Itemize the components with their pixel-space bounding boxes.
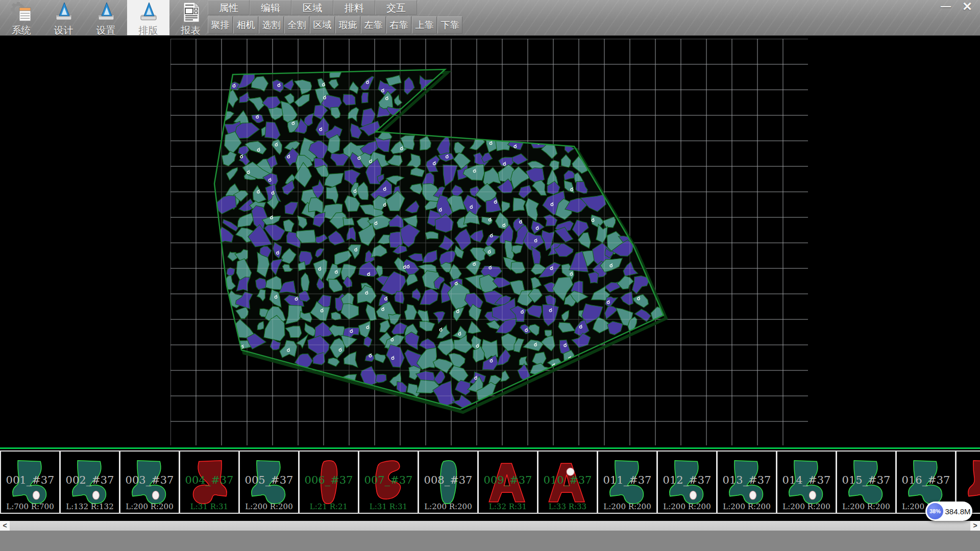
piece-label: 004_#37 (180, 474, 238, 486)
tool-button[interactable]: 下靠 (437, 16, 462, 34)
nav-item-label: 排版 (139, 24, 158, 36)
piece-thumbnail[interactable]: 007_#37 L:31 R:31 (358, 450, 419, 514)
piece-thumbnail[interactable]: 014_#37 L:200 R:200 (776, 450, 837, 514)
menu-tab[interactable]: 区域 (291, 0, 333, 15)
menu-area: 属性 编辑 区域 排料 交互 聚排 相机 选割 全 (208, 0, 463, 35)
piece-count-label: L:200 R:200 (718, 502, 776, 511)
menu-tab[interactable]: 编辑 (250, 0, 291, 15)
piece-label: 013_#37 (718, 474, 776, 486)
piece-count-label: L:200 R:200 (120, 502, 179, 511)
piece-thumbnail[interactable]: 008_#37 L:200 R:200 (418, 450, 478, 514)
nav-item-label: 报表 (181, 24, 201, 36)
nesting-canvas[interactable] (170, 39, 808, 445)
piece-count-label: L:200 R:200 (658, 502, 716, 511)
memory-value: 384.8M (943, 507, 972, 516)
piece-thumbnail[interactable]: 012_#37 L:200 R:200 (657, 450, 717, 514)
status-badge: 38% 384.8M (925, 502, 972, 521)
system-gear-icon (10, 2, 33, 23)
minimize-button[interactable]: — (937, 1, 954, 13)
tool-button[interactable]: 右靠 (386, 16, 411, 34)
piece-label: 001_#37 (1, 474, 59, 486)
close-button[interactable]: ✕ (958, 1, 977, 14)
tool-button[interactable]: 区域 (310, 16, 335, 34)
piece-thumbnail[interactable]: 015_#37 L:200 R:200 (836, 450, 896, 514)
piece-label: 009_#37 (479, 474, 537, 486)
piece-thumbnail[interactable]: 005_#37 L:200 R:200 (239, 450, 299, 514)
nav-item[interactable]: 系统 (0, 0, 42, 36)
set-square-icon (95, 2, 117, 23)
piece-thumbnail[interactable]: 001_#37 L:700 R:700 (0, 450, 60, 514)
piece-count-label: L:200 R:200 (598, 502, 656, 511)
piece-label: 002_#37 (61, 474, 119, 486)
piece-thumbnail[interactable]: 013_#37 L:200 R:200 (717, 450, 777, 514)
piece-label: 011_#37 (598, 474, 656, 486)
horizontal-scrollbar: < > (0, 521, 980, 531)
nav-item-label: 设计 (54, 24, 74, 36)
tool-button[interactable]: 上靠 (412, 16, 437, 34)
piece-count-label: L:31 R:31 (359, 502, 418, 511)
set-square-icon (53, 2, 75, 23)
application-window: 系统 设计 设置 (0, 0, 980, 551)
tool-button-bar: 聚排 相机 选割 全割 区域 瑕疵 左靠 右靠 上靠 下靠 (208, 16, 463, 35)
nesting-workspace[interactable] (0, 36, 980, 447)
piece-label: 007_#37 (359, 474, 418, 486)
menu-tab[interactable]: 交互 (375, 0, 417, 15)
menu-tab-bar: 属性 编辑 区域 排料 交互 (208, 0, 463, 15)
piece-thumbnail[interactable]: 004_#37 L:31 R:31 (179, 450, 239, 514)
piece-label: 005_#37 (240, 474, 298, 486)
tool-button[interactable]: 选割 (259, 16, 284, 34)
scroll-left-button[interactable]: < (0, 521, 10, 531)
piece-thumbnail-strip: 001_#37 L:700 R:700 002_#37 L:132 R:132 … (0, 450, 980, 514)
scrollbar-track[interactable] (10, 521, 970, 531)
main-nav-toolbar: 系统 设计 设置 (0, 0, 212, 36)
nav-item[interactable]: 设置 (85, 0, 127, 36)
piece-label: 014_#37 (777, 474, 836, 486)
piece-label: 012_#37 (658, 474, 716, 486)
titlebar: 系统 设计 设置 (0, 0, 980, 36)
piece-count-label: L:200 R:200 (419, 502, 477, 511)
piece-label: 006_#37 (300, 474, 358, 486)
tool-button[interactable]: 左靠 (361, 16, 386, 34)
piece-count-label: L:200 R:200 (777, 502, 836, 511)
window-controls: — ✕ (937, 1, 977, 14)
progress-circle: 38% (927, 503, 943, 519)
piece-thumbnail[interactable]: 011_#37 L:200 R:200 (597, 450, 657, 514)
nav-item-label: 设置 (96, 24, 116, 36)
thumbnail-separator-line (0, 447, 980, 449)
tool-button[interactable]: 相机 (233, 16, 258, 34)
piece-count-label: L:33 R:33 (538, 502, 597, 511)
piece-thumbnail[interactable]: 010_#37 L:33 R:33 (537, 450, 598, 514)
set-square-icon (137, 2, 160, 23)
tool-button[interactable]: 全割 (284, 16, 309, 34)
window-bottom-edge (0, 531, 980, 551)
nav-item-label: 系统 (12, 24, 31, 36)
piece-count-label: L:32 R:31 (479, 502, 537, 511)
nav-item[interactable]: 报表 (169, 0, 212, 36)
menu-tab[interactable]: 排料 (333, 0, 375, 15)
piece-count-label: L:700 R:700 (1, 502, 59, 511)
piece-thumbnail[interactable]: 003_#37 L:200 R:200 (119, 450, 180, 514)
piece-count-label: L:21 R:21 (300, 502, 358, 511)
piece-count-label: L:200 R:200 (240, 502, 298, 511)
piece-count-label: L:31 R:31 (180, 502, 238, 511)
piece-thumbnail[interactable]: 009_#37 L:32 R:31 (478, 450, 538, 514)
piece-label: 008_#37 (419, 474, 477, 486)
report-icon (180, 2, 202, 23)
piece-label: 015_#37 (837, 474, 895, 486)
menu-tab[interactable]: 属性 (208, 0, 250, 15)
tool-button[interactable]: 瑕疵 (335, 16, 360, 34)
piece-label: 003_#37 (120, 474, 179, 486)
piece-label: 010_#37 (538, 474, 597, 486)
piece-label: 016_#37 (897, 474, 955, 486)
piece-thumbnail[interactable]: 006_#37 L:21 R:21 (299, 450, 359, 514)
piece-thumbnail[interactable]: 002_#37 L:132 R:132 (60, 450, 120, 514)
nav-item[interactable]: 设计 (42, 0, 85, 36)
piece-count-label: L:200 R:200 (837, 502, 895, 511)
nav-item[interactable]: 排版 (127, 0, 169, 36)
scroll-right-button[interactable]: > (970, 521, 980, 531)
tool-button[interactable]: 聚排 (208, 16, 233, 34)
piece-count-label: L:132 R:132 (61, 502, 119, 511)
